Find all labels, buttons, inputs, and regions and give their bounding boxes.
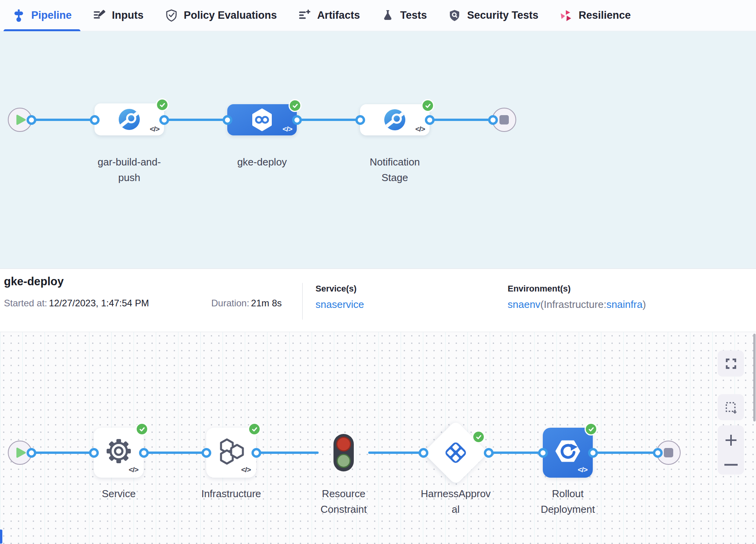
step-label-line: Resource [321,486,367,501]
pipeline-stage-graph[interactable]: </> </> [0,31,756,268]
stage-card-notification-stage[interactable]: </> [360,104,430,135]
port [292,115,302,125]
tab-tests[interactable]: Tests [371,0,438,31]
cd-deploy-icon [250,107,275,132]
execution-graph[interactable]: </> </> [0,332,756,544]
stage-edge [297,119,360,121]
stop-icon [499,115,509,124]
success-badge [421,99,434,112]
fullscreen-icon [723,356,739,372]
service-link[interactable]: snaservice [316,299,364,310]
success-badge [156,98,169,111]
tab-pipeline[interactable]: Pipeline [2,0,82,31]
started-at-label: Started at: [4,298,47,308]
stage-title: gke-deploy [4,275,64,288]
step-edge [31,452,94,454]
infrastructure-link[interactable]: snainfra [606,299,643,310]
list-plus-icon [298,9,311,22]
tab-resilience[interactable]: Resilience [549,0,642,31]
step-card-infrastructure[interactable]: </> [206,428,256,478]
environment-infra-prefix: (Infrastructure: [540,299,606,310]
stage-label-line: gke-deploy [237,154,287,170]
port [89,448,99,458]
step-card-rollout-deployment[interactable]: </> [543,428,593,478]
play-icon [16,114,26,125]
stage-label-line: Notification [370,154,420,170]
stage-label-gke-deploy: gke-deploy [237,154,287,170]
port [484,448,494,458]
zoom-controls [718,425,744,475]
tab-label: Policy Evaluations [184,9,277,21]
step-label-line: Constraint [321,501,367,517]
ci-build-icon [118,108,141,131]
tab-label: Pipeline [31,9,72,21]
traffic-light-red [336,437,351,452]
stage-edge [430,119,493,121]
stage-edge [164,119,227,121]
tab-inputs[interactable]: Inputs [82,0,154,31]
view-yaml-glyph[interactable]: </> [283,125,292,133]
stage-label-line: Stage [370,170,420,185]
port [201,448,211,458]
view-yaml-glyph[interactable]: </> [129,466,138,474]
services-block: Service(s) snaservice [316,284,364,311]
duration-value: 21m 8s [251,298,282,308]
chaos-pinwheel-icon [560,9,573,22]
view-yaml-glyph[interactable]: </> [578,466,587,474]
shield-check-icon [165,9,178,22]
port [653,448,663,458]
step-label-line: HarnessApprov [421,486,490,501]
duration-label: Duration: [211,298,249,308]
port [139,448,149,458]
environments-block: Environment(s) snaenv(Infrastructure:sna… [508,284,646,311]
view-yaml-glyph[interactable]: </> [241,466,251,474]
stage-card-gar-build-and-push[interactable]: </> [94,103,164,135]
inputs-icon [93,9,106,22]
started-at-value: 12/27/2023, 1:47:54 PM [49,298,149,308]
traffic-light-green [337,454,351,468]
step-label-harness-approval: HarnessApprov al [421,486,490,517]
vertical-scrollbar[interactable] [753,334,756,421]
step-label-line: Rollout [541,486,595,501]
left-edge-indicator [0,530,2,544]
success-badge [136,423,148,436]
tab-policy-evaluations[interactable]: Policy Evaluations [154,0,288,31]
step-label-line: al [421,501,490,517]
stop-icon [664,448,673,457]
step-resource-constraint[interactable] [333,434,354,471]
stage-edge [31,119,94,121]
port [90,115,100,125]
port [223,115,232,125]
step-label-line: Deployment [541,501,595,517]
port [588,448,598,458]
zoom-in-button[interactable] [723,432,739,448]
custom-stage-icon [383,108,406,131]
marquee-select-icon [723,400,739,415]
selection-mode-button[interactable] [718,394,744,420]
environments-label: Environment(s) [508,284,646,294]
step-edge [368,452,423,454]
stage-card-gke-deploy[interactable]: </> [227,104,297,135]
tab-label: Security Tests [467,9,538,21]
view-yaml-glyph[interactable]: </> [150,125,159,133]
port [355,115,365,125]
tab-security-tests[interactable]: Security Tests [437,0,549,31]
step-edge [256,452,319,454]
step-edge [489,452,543,454]
environment-infra-suffix: ) [642,299,646,310]
shield-scan-icon [448,9,461,22]
tab-label: Tests [400,9,427,21]
stage-label-gar-build-and-push: gar-build-and- push [98,154,161,185]
success-badge [289,99,301,112]
stage-details-bar: gke-deploy Started at: 12/27/2023, 1:47:… [0,268,756,332]
zoom-out-button[interactable] [723,462,739,468]
step-card-service[interactable]: </> [94,428,144,478]
fullscreen-button[interactable] [718,350,744,377]
view-yaml-glyph[interactable]: </> [415,125,425,133]
environment-link[interactable]: snaenv [508,299,540,310]
port [425,115,435,125]
step-edge [144,452,206,454]
services-label: Service(s) [316,284,364,294]
step-label-rollout-deployment: Rollout Deployment [541,486,595,517]
tab-artifacts[interactable]: Artifacts [287,0,371,31]
